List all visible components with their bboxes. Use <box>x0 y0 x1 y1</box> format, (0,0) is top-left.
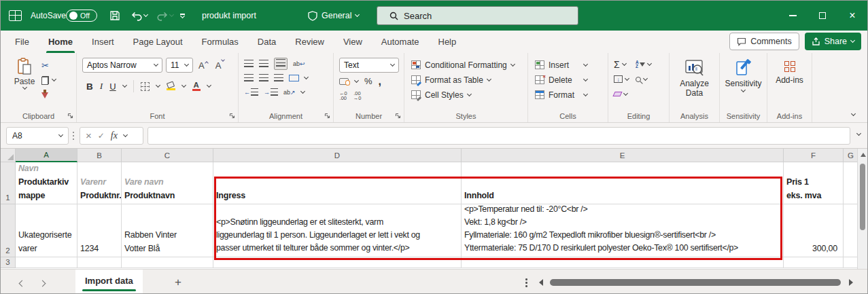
column-header-c[interactable]: C <box>122 149 213 162</box>
cell-a3[interactable] <box>16 257 77 268</box>
select-all-corner[interactable] <box>1 149 16 162</box>
formula-input[interactable] <box>147 127 850 145</box>
minimize-button[interactable] <box>778 1 808 31</box>
sensitivity-button[interactable]: Sensitivity <box>725 59 761 92</box>
undo-chevron-icon[interactable] <box>143 12 148 17</box>
clipboard-dialog-launcher-icon[interactable] <box>67 113 73 119</box>
add-sheet-button[interactable]: + <box>169 274 187 291</box>
collapse-ribbon-chevron-icon[interactable] <box>851 111 856 116</box>
merge-center-chevron-icon[interactable] <box>304 74 309 79</box>
cell-d3[interactable] <box>213 257 462 268</box>
align-middle-button[interactable] <box>259 60 268 67</box>
fill-button[interactable]: ↓ <box>614 74 629 84</box>
fill-color-chevron-icon[interactable] <box>181 83 186 88</box>
tab-home[interactable]: Home <box>46 31 75 53</box>
accounting-chevron-icon[interactable] <box>354 77 359 82</box>
cancel-icon[interactable]: × <box>86 132 92 140</box>
find-select-button[interactable] <box>636 74 651 84</box>
tab-data[interactable]: Data <box>256 31 278 53</box>
tab-automate[interactable]: Automate <box>379 31 421 53</box>
comments-button[interactable]: Comments <box>729 33 799 50</box>
sensitivity-label-button[interactable]: General <box>308 1 359 31</box>
tab-formulas[interactable]: Formulas <box>200 31 241 53</box>
previous-sheet-icon[interactable] <box>20 278 24 288</box>
cell-b3[interactable] <box>77 257 122 268</box>
cell-g1[interactable] <box>844 162 858 204</box>
cell-e3[interactable] <box>462 257 784 268</box>
font-dialog-launcher-icon[interactable] <box>229 113 235 119</box>
bold-button[interactable]: B <box>86 81 93 92</box>
row-header-1[interactable]: 1 <box>1 162 16 204</box>
copy-button[interactable] <box>41 74 56 86</box>
next-sheet-icon[interactable] <box>40 278 45 288</box>
scroll-left-arrow-icon[interactable] <box>539 279 543 286</box>
format-cells-button[interactable]: Format <box>535 89 608 100</box>
addins-button[interactable]: Add-ins <box>776 59 803 85</box>
cell-d1[interactable]: Ingress <box>213 162 462 204</box>
autosave-toggle[interactable]: Off <box>66 1 97 31</box>
copy-chevron-icon[interactable] <box>52 77 56 81</box>
decrease-decimal-button[interactable]: .00 →0 <box>353 91 362 100</box>
fx-chevron-icon[interactable] <box>123 132 128 137</box>
row-header-2[interactable]: 2 <box>1 204 16 257</box>
percent-style-button[interactable]: % <box>364 76 372 86</box>
cell-e2[interactable]: <p>Temperatur ned til: -20°C<br /> Vekt:… <box>462 204 784 257</box>
column-header-f[interactable]: F <box>784 149 844 162</box>
conditional-formatting-button[interactable]: Conditional Formatting <box>411 59 527 71</box>
decrease-indent-button[interactable]: ← <box>244 88 258 96</box>
increase-font-size-button[interactable]: A <box>196 60 210 71</box>
cell-g3[interactable] <box>844 257 858 268</box>
insert-function-icon[interactable]: fx <box>111 130 118 141</box>
number-format-select[interactable]: Text <box>339 58 399 73</box>
name-box[interactable]: A8 <box>6 127 69 145</box>
italic-button[interactable]: I <box>100 81 103 92</box>
column-header-d[interactable]: D <box>213 149 462 162</box>
close-button[interactable]: × <box>837 1 867 31</box>
analyze-data-button[interactable]: Analyze Data <box>680 59 709 98</box>
orientation-chevron-icon[interactable] <box>300 88 305 93</box>
autosum-button[interactable]: Σ <box>614 59 629 69</box>
cell-b2[interactable]: 1234 <box>77 204 122 257</box>
cut-button[interactable]: ✂ <box>41 59 56 71</box>
cell-f3[interactable] <box>784 257 844 268</box>
clear-button[interactable] <box>614 89 629 99</box>
tab-view[interactable]: View <box>341 31 364 53</box>
fill-color-button[interactable] <box>167 82 175 90</box>
font-color-chevron-icon[interactable] <box>207 83 211 88</box>
align-center-button[interactable] <box>259 74 268 81</box>
cell-g2[interactable] <box>844 204 858 257</box>
column-header-g[interactable]: G <box>844 149 858 162</box>
borders-chevron-icon[interactable] <box>156 83 160 88</box>
cell-d2[interactable]: <p>Snøtinn liggeunderlag er et slitester… <box>213 204 462 257</box>
column-header-a[interactable]: A <box>16 149 77 162</box>
maximize-button[interactable] <box>808 1 837 31</box>
comma-style-button[interactable]: , <box>379 79 381 84</box>
paste-chevron-icon[interactable] <box>22 85 27 90</box>
increase-indent-button[interactable]: → <box>264 88 278 96</box>
sort-filter-button[interactable]: AZ <box>636 59 651 69</box>
scrollbar-splitter-handle[interactable] <box>525 282 527 284</box>
insert-cells-button[interactable]: Insert <box>535 59 608 71</box>
tab-page-layout[interactable]: Page Layout <box>131 31 185 53</box>
horizontal-scroll-thumb[interactable] <box>550 279 841 286</box>
undo-icon[interactable] <box>131 1 147 31</box>
merge-center-icon[interactable] <box>289 75 299 81</box>
delete-cells-button[interactable]: × Delete <box>535 74 608 86</box>
vertical-scrollbar[interactable] <box>857 149 867 269</box>
accounting-format-icon[interactable] <box>339 78 349 85</box>
search-input[interactable]: Search <box>377 6 578 25</box>
cell-c1[interactable]: Vare navnProduktnavn <box>122 162 213 204</box>
scroll-right-arrow-icon[interactable] <box>849 279 853 286</box>
tab-help[interactable]: Help <box>436 31 459 53</box>
cell-styles-button[interactable]: Cell Styles <box>411 89 527 100</box>
cell-b1[interactable]: VarenrProduktnr. <box>77 162 122 204</box>
cell-f2[interactable]: 300,00 <box>784 204 844 257</box>
cell-a2[interactable]: Ukategoriserte varer <box>16 204 77 257</box>
align-right-button[interactable] <box>274 74 283 81</box>
cell-e1[interactable]: Innhold <box>462 162 784 204</box>
sheet-tab-import-data[interactable]: Import data <box>75 270 143 294</box>
font-name-select[interactable]: Aptos Narrow <box>82 58 162 73</box>
align-bottom-button[interactable] <box>274 58 288 70</box>
tab-insert[interactable]: Insert <box>90 31 116 53</box>
tab-review[interactable]: Review <box>293 31 326 53</box>
